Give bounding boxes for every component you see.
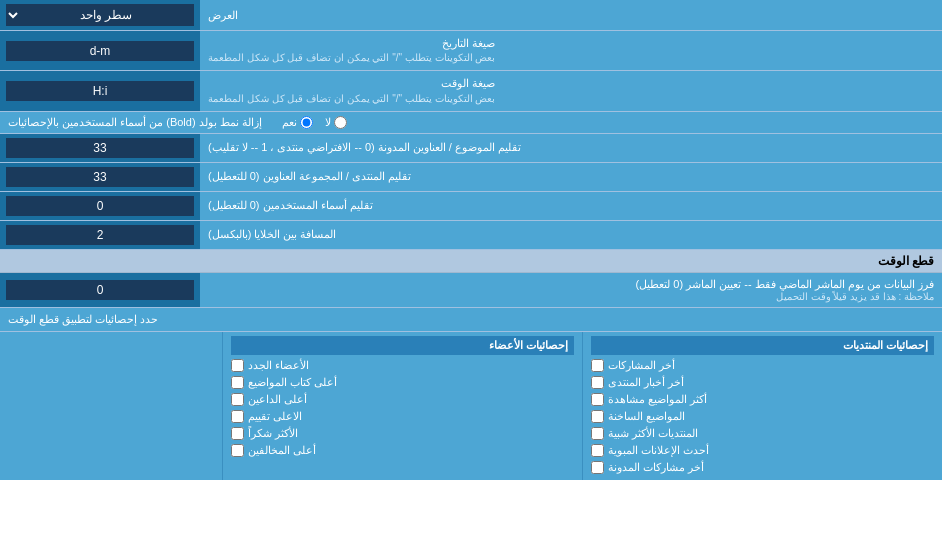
checkbox-latest-ads: أحدث الإعلانات المبوية — [591, 442, 934, 459]
checkbox-col-empty — [0, 332, 222, 480]
bold-removal-row: لا نعم إزالة نمط بولد (Bold) من أسماء ال… — [0, 112, 942, 134]
display-mode-row: العرض سطر واحد متعدد الأسطر — [0, 0, 942, 31]
checkbox-forum-news-input[interactable] — [591, 376, 604, 389]
subject-trim-input[interactable] — [6, 138, 194, 158]
checkbox-top-inviters-input[interactable] — [231, 393, 244, 406]
cell-gap-label: المسافة بين الخلايا (بالبكسل) — [200, 221, 942, 249]
checkbox-new-members: الأعضاء الجدد — [231, 357, 574, 374]
display-mode-select[interactable]: سطر واحد متعدد الأسطر — [6, 4, 194, 26]
checkbox-noted-posts-input[interactable] — [591, 461, 604, 474]
checkbox-top-raters: الاعلى تقييم — [231, 408, 574, 425]
checkbox-latest-posts-input[interactable] — [591, 359, 604, 372]
display-mode-label: العرض — [200, 0, 942, 30]
bold-no-radio[interactable] — [334, 116, 347, 129]
checkbox-most-thanked: الأكثر شكراً — [231, 425, 574, 442]
subject-trim-label: تقليم الموضوع / العناوين المدونة (0 -- ا… — [200, 134, 942, 162]
time-format-input-cell — [0, 71, 200, 110]
date-format-input[interactable] — [6, 41, 194, 61]
cutoff-days-row: فرز البيانات من يوم الماشر الماضي فقط --… — [0, 273, 942, 308]
bold-no-label[interactable]: لا — [325, 116, 347, 129]
checkbox-hot-topics-input[interactable] — [591, 410, 604, 423]
subject-trim-input-cell — [0, 134, 200, 162]
checkbox-new-members-input[interactable] — [231, 359, 244, 372]
checkboxes-limit-label: حدد إحصائيات لتطبيق قطع الوقت — [0, 308, 942, 331]
cell-gap-input-cell — [0, 221, 200, 249]
usernames-trim-row: تقليم أسماء المستخدمين (0 للتعطيل) — [0, 192, 942, 221]
posts-col-header: إحصائيات المنتديات — [591, 336, 934, 355]
date-format-row: صيغة التاريخ بعض التكوينات يتطلب "/" الت… — [0, 31, 942, 71]
bold-yes-label[interactable]: نعم — [282, 116, 313, 129]
checkbox-top-inviters: أعلى الداعين — [231, 391, 574, 408]
members-col-header: إحصائيات الأعضاء — [231, 336, 574, 355]
checkbox-most-thanked-input[interactable] — [231, 427, 244, 440]
checkbox-most-viewed: أكثر المواضيع مشاهدة — [591, 391, 934, 408]
checkbox-noted-posts: أخر مشاركات المدونة — [591, 459, 934, 476]
checkbox-forum-news: أخر أخبار المنتدى — [591, 374, 934, 391]
time-format-label: صيغة الوقت بعض التكوينات يتطلب "/" التي … — [200, 71, 942, 110]
usernames-trim-input-cell — [0, 192, 200, 220]
cutoff-days-label: فرز البيانات من يوم الماشر الماضي فقط --… — [200, 273, 942, 307]
checkboxes-limit-row: حدد إحصائيات لتطبيق قطع الوقت — [0, 308, 942, 332]
bold-removal-label: إزالة نمط بولد (Bold) من أسماء المستخدمي… — [8, 116, 262, 129]
forum-trim-input[interactable] — [6, 167, 194, 187]
usernames-trim-label: تقليم أسماء المستخدمين (0 للتعطيل) — [200, 192, 942, 220]
bold-yes-radio[interactable] — [300, 116, 313, 129]
checkbox-col-posts: إحصائيات المنتديات أخر المشاركات أخر أخب… — [582, 332, 942, 480]
checkbox-top-posters: أعلى كتاب المواضيع — [231, 374, 574, 391]
checkbox-top-profilers-input[interactable] — [231, 444, 244, 457]
checkbox-top-profilers: أعلى المخالفين — [231, 442, 574, 459]
date-format-label: صيغة التاريخ بعض التكوينات يتطلب "/" الت… — [200, 31, 942, 70]
cell-gap-input[interactable] — [6, 225, 194, 245]
bold-removal-radio-cell: لا نعم إزالة نمط بولد (Bold) من أسماء ال… — [0, 112, 942, 133]
cutoff-days-input-cell — [0, 273, 200, 307]
cell-gap-row: المسافة بين الخلايا (بالبكسل) — [0, 221, 942, 250]
usernames-trim-input[interactable] — [6, 196, 194, 216]
forum-trim-label: تقليم المنتدى / المجموعة العناوين (0 للت… — [200, 163, 942, 191]
checkbox-hot-topics: المواضيع الساخنة — [591, 408, 934, 425]
checkboxes-grid: إحصائيات المنتديات أخر المشاركات أخر أخب… — [0, 332, 942, 480]
checkbox-top-posters-input[interactable] — [231, 376, 244, 389]
checkbox-similar-forums: المنتديات الأكثر شبية — [591, 425, 934, 442]
forum-trim-input-cell — [0, 163, 200, 191]
forum-trim-row: تقليم المنتدى / المجموعة العناوين (0 للت… — [0, 163, 942, 192]
cutoff-section-header: قطع الوقت — [0, 250, 942, 273]
checkbox-most-viewed-input[interactable] — [591, 393, 604, 406]
subject-trim-row: تقليم الموضوع / العناوين المدونة (0 -- ا… — [0, 134, 942, 163]
checkbox-latest-posts: أخر المشاركات — [591, 357, 934, 374]
display-mode-dropdown-cell: سطر واحد متعدد الأسطر — [0, 0, 200, 30]
checkbox-top-raters-input[interactable] — [231, 410, 244, 423]
time-format-input[interactable] — [6, 81, 194, 101]
checkbox-latest-ads-input[interactable] — [591, 444, 604, 457]
cutoff-days-input[interactable] — [6, 280, 194, 300]
time-format-row: صيغة الوقت بعض التكوينات يتطلب "/" التي … — [0, 71, 942, 111]
date-format-input-cell — [0, 31, 200, 70]
checkbox-col-members: إحصائيات الأعضاء الأعضاء الجدد أعلى كتاب… — [222, 332, 582, 480]
checkbox-similar-forums-input[interactable] — [591, 427, 604, 440]
